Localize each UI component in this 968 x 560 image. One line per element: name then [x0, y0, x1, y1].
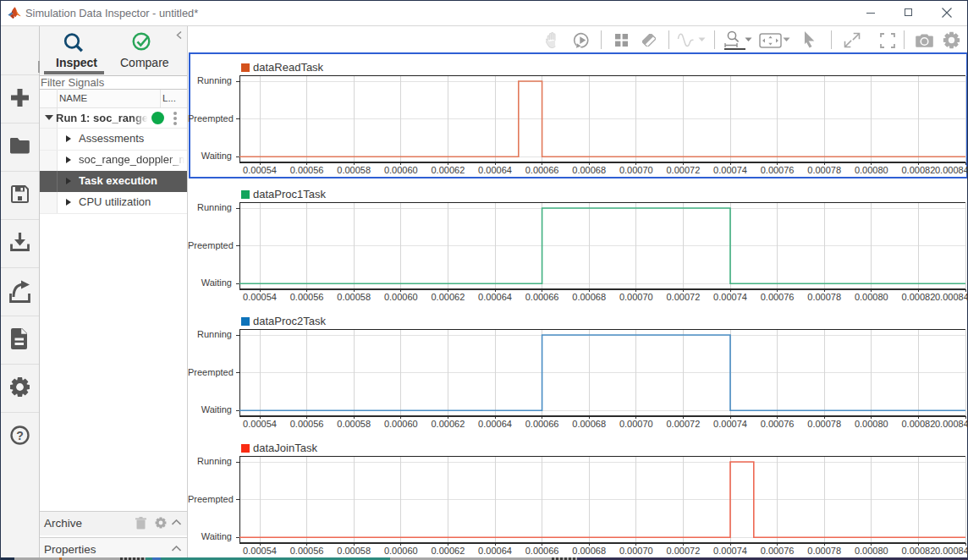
svg-text:?: ?	[16, 429, 24, 442]
